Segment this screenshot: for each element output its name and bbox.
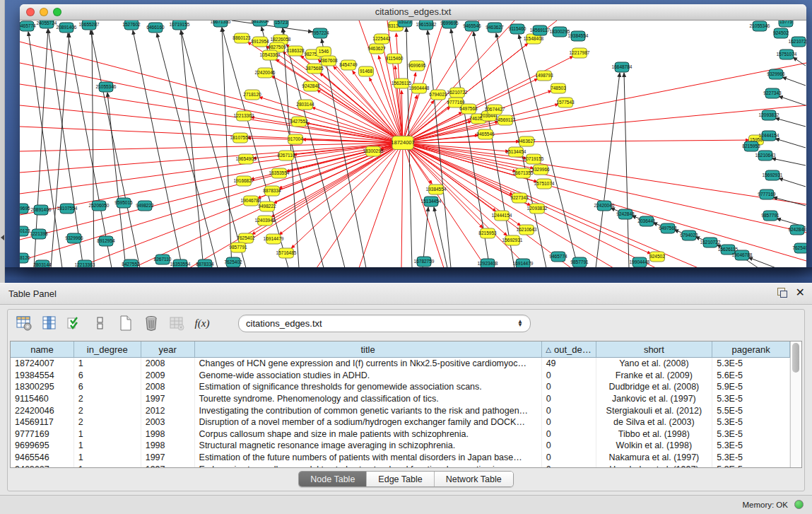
network-window-titlebar[interactable]: citations_edges.txt (20, 4, 806, 21)
column-header-pagerank[interactable]: pagerank (712, 341, 790, 357)
network-edge[interactable] (261, 27, 324, 267)
table-row[interactable]: 946554611997Estimation of the future num… (11, 452, 790, 464)
table-row[interactable]: 1830029562008Estimation of significance … (11, 381, 790, 393)
panel-collapse-arrow-icon[interactable] (1, 235, 4, 240)
table-panel: Table Panel ✕ f(x) citations_edges.txt ▲… (0, 283, 812, 495)
memory-status-label: Memory: OK (742, 501, 788, 509)
table-cell: 1998 (141, 440, 195, 452)
network-node-label: 8267110 (278, 153, 295, 158)
network-edge[interactable] (403, 143, 698, 267)
table-panel-header[interactable]: Table Panel ✕ (0, 283, 812, 305)
network-node-label: 19615382 (416, 22, 437, 27)
table-column-icon[interactable] (40, 314, 59, 332)
tab-edge-table[interactable]: Edge Table (367, 472, 434, 486)
table-row[interactable]: 1456911722003Disruption of a novel membe… (11, 416, 790, 428)
fx-glyph: f(x) (195, 317, 210, 329)
table-type-tabs: Node TableEdge TableNetwork Table (298, 471, 513, 487)
tab-node-table[interactable]: Node Table (299, 472, 367, 486)
network-node-label: 12217987 (570, 50, 590, 55)
network-edge[interactable] (92, 30, 94, 267)
network-node-label: 9227343 (510, 195, 529, 200)
network-edge[interactable] (779, 178, 806, 187)
table-row[interactable]: 911546021997Tourette syndrome. Phenomeno… (11, 393, 790, 405)
delete-table-icon[interactable] (167, 314, 186, 332)
table-cell: Hescheler et al. (1997) (596, 463, 713, 467)
new-document-icon[interactable] (117, 314, 135, 332)
network-edge[interactable] (403, 21, 514, 143)
network-node-label: 9857791 (229, 245, 247, 250)
network-edge[interactable] (773, 197, 806, 206)
network-node-label: 8860123 (20, 228, 30, 233)
network-node-label: 16210643 (517, 227, 537, 232)
tab-network-table[interactable]: Network Table (435, 472, 513, 486)
network-edge[interactable] (291, 143, 403, 248)
network-edge[interactable] (401, 143, 403, 267)
table-row[interactable]: 1938455462009Genome-wide association stu… (11, 370, 790, 382)
column-header-title[interactable]: title (195, 341, 542, 357)
network-node-label: 9857791 (761, 213, 779, 218)
network-node-label: 9115460 (509, 26, 526, 31)
table-cell: Estimation of significance thresholds fo… (195, 381, 542, 393)
column-header-out_de[interactable]: △out_de… (542, 341, 596, 357)
table-vertical-scrollbar[interactable] (790, 341, 801, 467)
network-edge[interactable] (283, 28, 299, 267)
network-node-label: 7625402 (792, 245, 806, 250)
scrollbar-thumb[interactable] (792, 343, 799, 373)
network-node-label: 9498222 (136, 203, 154, 208)
network-node-label: 2867608 (319, 58, 338, 63)
network-edge[interactable] (157, 33, 218, 267)
table-row[interactable]: 946362711997Embryonic stem cells: a mode… (11, 463, 790, 467)
select-all-icon[interactable] (66, 314, 84, 332)
network-edge[interactable] (20, 143, 403, 215)
network-edge[interactable] (403, 143, 507, 235)
network-edge[interactable] (359, 143, 403, 267)
network-node-label: 924502 (773, 30, 789, 35)
column-header-name[interactable]: name (11, 341, 74, 357)
table-cell: 1997 (141, 452, 195, 464)
network-edge[interactable] (779, 96, 806, 105)
network-edge[interactable] (782, 77, 806, 86)
delete-trash-icon[interactable] (142, 314, 160, 332)
table-row[interactable]: 2242004622012Investigating the contribut… (11, 404, 790, 416)
network-edge[interactable] (775, 139, 806, 148)
network-edge[interactable] (772, 158, 806, 165)
network-node-label: 15626115 (392, 81, 412, 86)
network-edge[interactable] (232, 21, 312, 32)
table-settings-icon[interactable] (15, 314, 33, 332)
network-edge[interactable] (403, 140, 749, 143)
network-edge[interactable] (748, 257, 776, 267)
network-node-label: 8215953 (742, 144, 760, 148)
table-row[interactable]: 1872400712008Changes of HCN gene express… (11, 358, 790, 370)
table-cell: 2 (74, 404, 141, 416)
network-edge[interactable] (222, 28, 288, 267)
network-edge[interactable] (181, 30, 246, 267)
table-row[interactable]: 969969511998Structural magnetic resonanc… (11, 440, 790, 452)
network-node-label: 9242848 (788, 227, 806, 232)
network-node-label: 10655287 (79, 22, 100, 27)
table-cell: Wolkin et al. (1998) (596, 440, 713, 452)
column-header-in_degree[interactable]: in_degree (74, 341, 141, 357)
close-panel-icon[interactable]: ✕ (796, 288, 805, 298)
table-cell: 1 (74, 428, 141, 440)
column-header-short[interactable]: short (596, 341, 713, 357)
rows-icon[interactable] (91, 314, 110, 332)
panel-divider[interactable] (0, 0, 5, 283)
float-panel-icon[interactable] (777, 288, 787, 298)
table-row[interactable]: 977716911998Corpus callosum shape and si… (11, 428, 790, 440)
network-edge[interactable] (181, 30, 204, 267)
network-node-label: 9463627 (517, 139, 536, 144)
network-node-label: 9827509 (268, 45, 286, 49)
network-edge[interactable] (317, 90, 403, 143)
table-selector-dropdown[interactable]: citations_edges.txt ▲▼ (238, 315, 531, 332)
column-header-year[interactable]: year (141, 341, 195, 357)
network-edge[interactable] (20, 105, 403, 143)
function-builder-icon[interactable]: f(x) (193, 314, 211, 332)
network-edge[interactable] (624, 73, 629, 267)
network-edge[interactable] (222, 28, 232, 267)
table-cell: de Silva et al. (2003) (596, 416, 713, 428)
network-window[interactable]: citations_edges.txt 18724007886012389129… (20, 4, 806, 267)
network-graph-canvas[interactable]: 1872400788601238912954182260589827509105… (20, 21, 806, 267)
network-edge[interactable] (20, 42, 403, 143)
network-node-label: 2803144 (296, 102, 314, 107)
network-edge[interactable] (775, 118, 806, 127)
